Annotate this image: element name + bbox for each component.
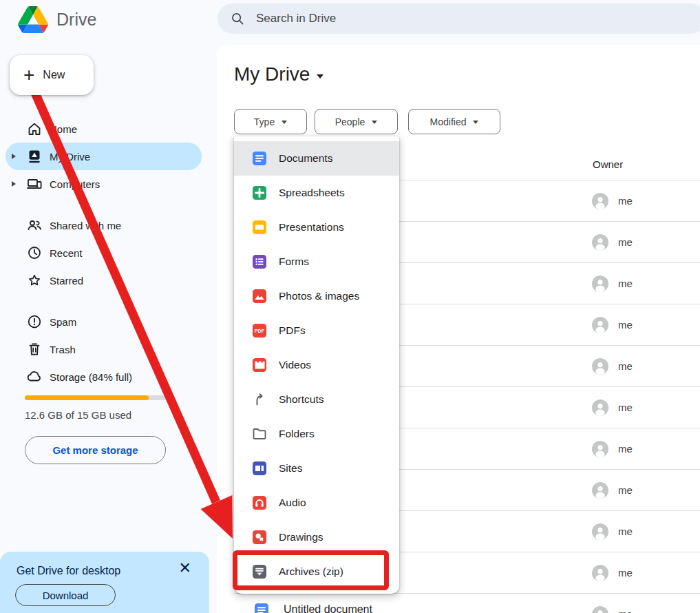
avatar [592,523,608,540]
menu-item-label: Spreadsheets [279,187,345,199]
storage-cloud-icon [26,368,43,385]
owner-name: me [618,608,633,613]
chevron-down-icon [317,74,324,79]
avatar [592,482,608,499]
menu-item-label: Videos [279,359,311,371]
shortcuts-icon [251,391,268,408]
storage-progress-bar [25,395,172,400]
owner-column-header[interactable]: Owner [593,158,623,170]
menu-item-label: Presentations [279,221,344,233]
menu-item-audio[interactable]: Audio [234,486,399,520]
sidebar-item-spam[interactable]: Spam [6,308,202,335]
menu-item-videos[interactable]: Videos [234,348,399,382]
filter-chip-modified[interactable]: Modified [408,109,500,134]
owner-name: me [618,443,633,455]
menu-item-label: Archives (zip) [279,565,343,578]
file-name: Untitled document [284,603,372,613]
chevron-down-icon [473,121,478,124]
new-button[interactable]: + New [10,55,94,95]
drive-wordmark: Drive [56,10,96,30]
presentations-icon [251,219,268,236]
plus-icon: + [23,65,34,85]
page-title-text: My Drive [234,63,310,85]
sidebar-item-label: Recent [50,247,83,259]
sites-icon [251,460,268,477]
download-button[interactable]: Download [15,584,116,606]
search-input[interactable]: Search in Drive [218,3,700,34]
trash-icon [26,341,43,357]
storage-usage-text: 12.6 GB of 15 GB used [25,409,131,421]
avatar [592,606,608,613]
sidebar-item-label: Starred [50,275,83,287]
table-row-untitled-document[interactable]: Untitled document me [234,593,700,613]
sidebar-item-label: Trash [50,344,76,355]
sidebar-item-shared-with-me[interactable]: Shared with me [6,211,202,239]
sidebar-item-computers[interactable]: Computers [6,170,202,198]
menu-item-forms[interactable]: Forms [234,245,399,279]
avatar [592,441,608,457]
sidebar-item-starred[interactable]: Starred [6,267,202,294]
sidebar-item-recent[interactable]: Recent [6,239,202,267]
owner-name: me [618,278,633,289]
avatar [592,276,608,292]
new-button-label: New [43,69,65,81]
menu-item-label: Audio [279,497,306,509]
page-title[interactable]: My Drive [234,63,324,85]
owner-name: me [618,526,633,537]
drawings-icon [251,529,268,546]
menu-item-shortcuts[interactable]: Shortcuts [234,382,399,417]
search-icon [230,11,245,26]
menu-item-photos-images[interactable]: Photos & images [234,279,399,313]
banner-title: Get Drive for desktop [17,565,120,577]
avatar [592,565,608,581]
main-content: My Drive Type People Modified Owner me m… [217,45,700,613]
starred-icon [26,272,43,289]
spreadsheets-icon [251,185,268,201]
sidebar-item-storage[interactable]: Storage (84% full) [6,363,202,391]
photos-icon [251,288,268,304]
menu-item-label: Documents [279,152,332,165]
expand-caret-icon[interactable] [12,154,16,159]
menu-item-presentations[interactable]: Presentations [234,210,399,245]
owner-name: me [618,567,633,579]
avatar [592,399,608,416]
menu-item-drawings[interactable]: Drawings [234,520,399,554]
shared-with-me-icon [26,217,43,233]
menu-item-documents[interactable]: Documents [234,141,399,176]
close-icon[interactable]: ✕ [179,561,191,576]
chevron-down-icon [372,121,377,124]
home-icon [26,121,43,137]
avatar [592,317,608,333]
avatar [592,234,608,251]
menu-item-label: Shortcuts [279,393,324,406]
chip-label: Type [254,116,275,127]
menu-item-label: PDFs [279,324,306,337]
sidebar-item-label: Shared with me [50,220,121,231]
sidebar-item-home[interactable]: Home [6,115,202,143]
sidebar-item-label: Home [50,123,77,135]
sidebar-item-label: Computers [50,178,100,190]
menu-item-pdfs[interactable]: PDF PDFs [234,313,399,348]
menu-item-label: Photos & images [279,290,359,302]
get-more-storage-button[interactable]: Get more storage [25,436,166,464]
sidebar-item-trash[interactable]: Trash [6,335,202,363]
menu-item-sites[interactable]: Sites [234,451,399,486]
filter-chip-people[interactable]: People [315,109,398,134]
my-drive-icon [26,148,43,165]
owner-name: me [618,402,633,413]
sidebar-item-label: Spam [50,316,76,328]
avatar [592,358,608,375]
drive-logo: Drive [18,6,96,33]
chip-label: Modified [430,116,467,127]
sidebar-item-label: Storage (84% full) [50,371,132,383]
pdf-icon: PDF [251,322,268,339]
get-drive-desktop-banner: Get Drive for desktop ✕ Download [0,552,209,613]
filter-chip-type[interactable]: Type [234,109,307,134]
expand-caret-icon[interactable] [12,181,16,187]
menu-item-spreadsheets[interactable]: Spreadsheets [234,176,399,210]
search-placeholder: Search in Drive [256,12,336,25]
sidebar-item-my-drive[interactable]: My Drive [6,143,202,170]
menu-item-folders[interactable]: Folders [234,417,399,451]
menu-item-archives-zip[interactable]: Archives (zip) [234,554,399,589]
drive-logo-icon [18,6,48,33]
